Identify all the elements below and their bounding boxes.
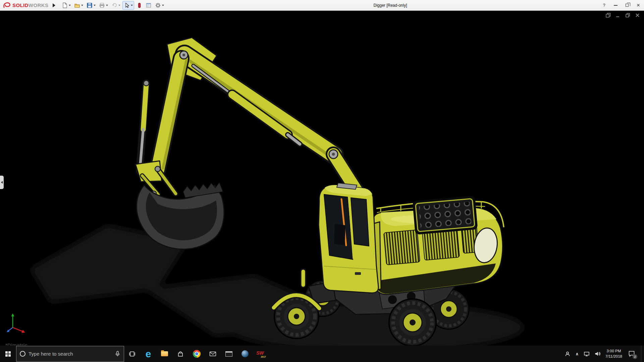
task-view-button[interactable] — [124, 346, 140, 362]
start-icon — [5, 351, 11, 357]
mail-icon — [209, 351, 216, 357]
play-arrow-icon — [53, 3, 55, 7]
select-tool-button[interactable] — [122, 1, 134, 10]
chevron-down-icon[interactable] — [69, 5, 71, 6]
chevron-down-icon[interactable] — [81, 5, 83, 6]
graphics-viewport[interactable]: *Dimetric — [0, 11, 644, 346]
microphone-icon[interactable] — [115, 351, 120, 357]
chevron-down-icon[interactable] — [131, 5, 133, 6]
brand-text: SOLIDWORKS — [12, 2, 48, 8]
cortana-circle-icon — [20, 351, 25, 357]
sheet-button[interactable] — [144, 1, 153, 10]
taskbar-solidworks-button[interactable]: SW 2017 — [253, 346, 269, 362]
chrome-icon — [193, 350, 201, 358]
sphere-app-icon — [241, 350, 249, 357]
dassault-logo-icon — [3, 2, 11, 9]
people-icon[interactable] — [565, 351, 571, 357]
brand-works-text: WORKS — [29, 2, 49, 8]
system-tray: ∧ 3:00 PM 7/11/2018 2 — [565, 346, 644, 362]
open-icon — [74, 2, 80, 8]
network-icon[interactable] — [584, 351, 590, 357]
child-window-restore-icon[interactable] — [625, 13, 630, 18]
options-button[interactable] — [154, 1, 165, 10]
save-button[interactable] — [85, 1, 97, 10]
print-button[interactable] — [98, 1, 109, 10]
taskbar-mail-button[interactable] — [205, 346, 221, 362]
taskbar-explorer-button[interactable] — [156, 346, 172, 362]
print-icon — [99, 2, 105, 8]
undo-icon — [111, 2, 117, 8]
start-button[interactable] — [0, 346, 16, 362]
notification-badge: 2 — [633, 354, 637, 359]
rear-body[interactable] — [373, 196, 504, 294]
options-gear-icon — [155, 2, 161, 8]
red-capsule-button[interactable] — [135, 1, 144, 10]
brand-solid-text: SOLID — [12, 2, 29, 8]
restore-icon — [626, 4, 629, 7]
new-document-button[interactable] — [60, 1, 72, 10]
quick-access-toolbar — [60, 1, 165, 10]
hidden-icons-caret-icon[interactable]: ∧ — [576, 352, 579, 356]
chevron-down-icon[interactable] — [94, 5, 96, 6]
help-button[interactable]: ? — [598, 0, 610, 10]
taskbar-chrome-button[interactable] — [189, 346, 205, 362]
task-view-icon — [129, 351, 136, 357]
orientation-label: *Dimetric — [5, 342, 28, 346]
child-window-close-icon[interactable] — [635, 13, 640, 18]
show-desktop-button[interactable] — [641, 346, 643, 362]
minimize-icon — [614, 5, 618, 6]
expand-menu-button[interactable] — [51, 1, 57, 9]
window-controls: ? × — [598, 0, 644, 11]
taskbar-console-button[interactable] — [221, 346, 237, 362]
child-window-controls — [606, 13, 640, 18]
taskbar: e SW 2017 ∧ — [0, 346, 644, 362]
store-icon — [177, 351, 183, 357]
new-document-icon — [62, 2, 68, 8]
restore-button[interactable] — [621, 0, 633, 10]
taskbar-store-button[interactable] — [172, 346, 189, 362]
boom-assembly[interactable] — [136, 38, 362, 198]
clock-date: 7/11/2018 — [605, 354, 622, 359]
solidworks-2017-icon: SW 2017 — [256, 350, 266, 358]
chevron-down-icon[interactable] — [162, 5, 164, 6]
red-capsule-icon — [136, 2, 142, 8]
child-window-cascade-icon[interactable] — [606, 13, 611, 18]
minimize-button[interactable] — [610, 0, 621, 10]
taskbar-sphere-app-button[interactable] — [237, 346, 253, 362]
taskbar-search[interactable] — [16, 346, 124, 362]
console-icon — [225, 351, 232, 357]
chevron-down-icon[interactable] — [106, 5, 108, 6]
orientation-triad-icon[interactable] — [5, 311, 32, 338]
document-title: Digger [Read-only] — [373, 3, 407, 8]
cab[interactable] — [303, 183, 381, 293]
child-window-minimize-icon[interactable] — [615, 13, 621, 18]
titlebar: SOLIDWORKS — [0, 0, 644, 11]
engine-hatch — [413, 196, 477, 234]
taskbar-edge-button[interactable]: e — [140, 346, 156, 362]
save-icon — [87, 2, 93, 8]
open-button[interactable] — [73, 1, 85, 10]
panel-collapse-tab[interactable] — [0, 176, 4, 189]
excavator-model[interactable] — [0, 11, 644, 346]
clock-time: 3:00 PM — [605, 349, 622, 354]
search-input[interactable] — [29, 351, 112, 357]
rear-wheel-near[interactable] — [389, 299, 436, 346]
solidworks-brand: SOLIDWORKS — [0, 2, 51, 9]
close-button[interactable]: × — [633, 0, 644, 10]
chevron-down-icon[interactable] — [118, 5, 120, 6]
collapse-arrow-icon — [1, 181, 3, 184]
edge-icon: e — [146, 349, 151, 359]
undo-button[interactable] — [110, 1, 122, 10]
clock[interactable]: 3:00 PM 7/11/2018 — [605, 349, 622, 359]
select-cursor-icon — [124, 2, 130, 8]
file-explorer-icon — [161, 351, 168, 356]
volume-icon[interactable] — [595, 351, 600, 356]
action-center-button[interactable]: 2 — [627, 350, 636, 358]
sheet-icon — [146, 2, 152, 8]
